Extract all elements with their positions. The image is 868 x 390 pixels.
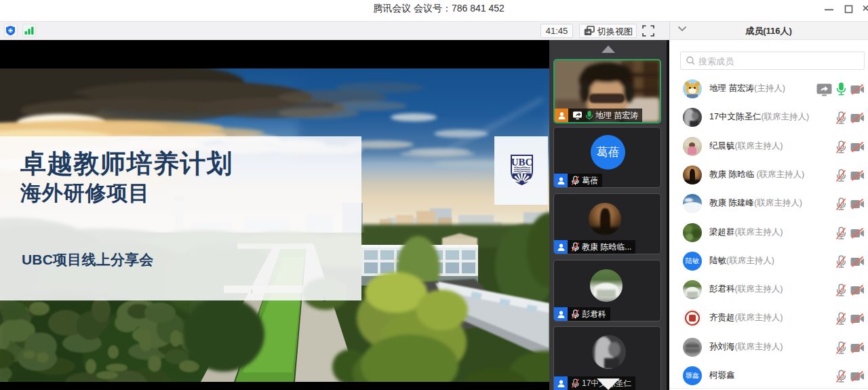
svg-text:UBC项目线上分享会: UBC项目线上分享会 xyxy=(22,252,154,267)
svg-text:卓越教师培养计划: 卓越教师培养计划 xyxy=(20,149,233,178)
svg-text:海外研修项目: 海外研修项目 xyxy=(20,181,150,205)
svg-text:UBC: UBC xyxy=(511,157,533,168)
